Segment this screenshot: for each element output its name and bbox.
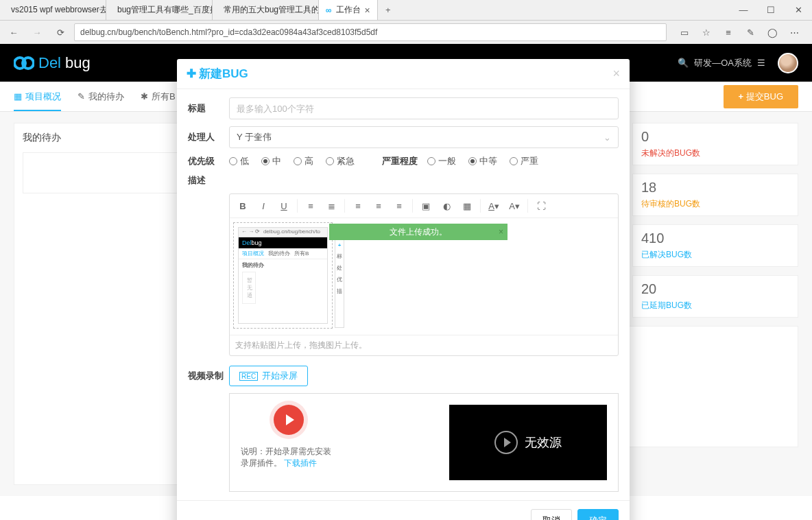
- italic-icon[interactable]: I: [254, 197, 272, 215]
- more-icon[interactable]: ⋯: [786, 24, 802, 40]
- hub-icon[interactable]: ≡: [720, 24, 737, 40]
- video-area: 说明：开始录屏需先安装 录屏插件。 下载插件 无效源: [229, 393, 619, 492]
- radio-紧急[interactable]: 紧急: [326, 155, 355, 167]
- assignee-select[interactable]: Y 于奎伟⌄: [229, 126, 619, 148]
- logo-icon: [14, 54, 34, 72]
- star-icon[interactable]: ☆: [698, 24, 715, 40]
- stat-card: 18待审核的BUG数: [632, 174, 798, 216]
- minimize-button[interactable]: —: [730, 0, 757, 20]
- browser-tab[interactable]: vs2015 wpf webbrowser去掉: [0, 0, 106, 20]
- grid-icon: ▦: [14, 91, 22, 102]
- new-bug-modal: ✚新建BUG × 标题 处理人 Y 于奎伟⌄ 优先级 低中高紧急 严重程度 一般…: [177, 59, 630, 520]
- ul-icon[interactable]: ≣: [322, 197, 340, 215]
- stat-card: 20已延期BUG数: [632, 275, 798, 318]
- underline-icon[interactable]: U: [275, 197, 293, 215]
- search-icon: 🔍: [678, 58, 689, 68]
- radio-严重[interactable]: 严重: [510, 155, 538, 167]
- label-title: 标题: [188, 102, 229, 115]
- align-center-icon[interactable]: ≡: [370, 197, 387, 215]
- stat-card: 0未解决的BUG数: [632, 123, 798, 165]
- notes-icon[interactable]: ✎: [742, 24, 759, 40]
- uploaded-image[interactable]: ← → ⟳ delbug.cn/bug/bench/to Delbug 项目概况…: [233, 222, 333, 329]
- nav-overview[interactable]: ▦项目概况: [14, 91, 61, 111]
- stat-card: 410已解决BUG数: [632, 224, 798, 267]
- modal-close-button[interactable]: ×: [612, 67, 620, 81]
- upload-toast: 文件上传成功。×: [329, 224, 508, 240]
- editor-hint: 支持粘贴图片上传，拖拽图片上传。: [230, 335, 618, 355]
- title-input[interactable]: [229, 97, 619, 119]
- reading-view-icon[interactable]: ▭: [676, 24, 693, 40]
- play-icon: [494, 431, 518, 454]
- nav-all-bugs[interactable]: ✱所有B: [141, 91, 176, 103]
- logo[interactable]: Delbug: [14, 54, 91, 72]
- browser-tab[interactable]: bug管理工具有哪些_百度搜: [106, 0, 213, 20]
- project-switcher[interactable]: 🔍 研发—OA系统 ☰: [678, 57, 771, 69]
- rich-editor: B I U ≡ ≣ ≡ ≡ ≡ ▣ ◐ ▦ A▾ A▾ ⛶: [229, 193, 619, 356]
- close-window-button[interactable]: ✕: [785, 0, 812, 20]
- share-icon[interactable]: ◯: [764, 24, 780, 40]
- label-severity: 严重程度: [382, 155, 418, 167]
- radio-一般[interactable]: 一般: [427, 155, 456, 167]
- editor-canvas[interactable]: ← → ⟳ delbug.cn/bug/bench/to Delbug 项目概况…: [230, 218, 618, 335]
- back-button[interactable]: ←: [4, 23, 23, 42]
- align-left-icon[interactable]: ≡: [349, 197, 367, 215]
- radio-高[interactable]: 高: [294, 155, 313, 167]
- ok-button[interactable]: 确定: [577, 509, 619, 520]
- fullscreen-icon[interactable]: ⛶: [532, 197, 550, 215]
- cancel-button[interactable]: 取消: [531, 509, 572, 520]
- radio-中等[interactable]: 中等: [468, 155, 497, 167]
- font-color-icon[interactable]: A▾: [485, 197, 503, 215]
- label-assignee: 处理人: [188, 131, 229, 143]
- align-right-icon[interactable]: ≡: [390, 197, 408, 215]
- record-play-icon[interactable]: [274, 405, 304, 435]
- record-desc: 说明：开始录屏需先安装 录屏插件。 下载插件: [241, 446, 337, 469]
- label-desc: 描述: [188, 174, 229, 187]
- menu-icon[interactable]: ☰: [757, 58, 771, 68]
- browser-tab-active[interactable]: ∞工作台×: [319, 0, 378, 20]
- emoji-icon[interactable]: ◐: [438, 197, 455, 215]
- star-icon: ✱: [141, 91, 148, 102]
- forward-button[interactable]: →: [27, 23, 47, 42]
- image-icon[interactable]: ▣: [417, 197, 435, 215]
- plus-icon: ✚: [187, 67, 196, 81]
- tab-close-icon[interactable]: ×: [365, 5, 370, 16]
- download-plugin-link[interactable]: 下载插件: [284, 458, 317, 468]
- toast-close-icon[interactable]: ×: [499, 227, 503, 237]
- bg-color-icon[interactable]: A▾: [505, 197, 523, 215]
- chevron-down-icon: ⌄: [604, 132, 611, 143]
- refresh-button[interactable]: ⟳: [51, 23, 70, 42]
- editor-toolbar: B I U ≡ ≣ ≡ ≡ ≡ ▣ ◐ ▦ A▾ A▾ ⛶: [230, 194, 618, 218]
- url-bar[interactable]: delbug.cn/bug/bench/toBench.html?pro_id=…: [74, 23, 667, 41]
- radio-低[interactable]: 低: [229, 155, 249, 167]
- browser-tab[interactable]: 常用的五大bug管理工具的优: [213, 0, 319, 20]
- video-player[interactable]: 无效源: [449, 405, 607, 480]
- bold-icon[interactable]: B: [234, 197, 252, 215]
- nav-todo[interactable]: ✎我的待办: [77, 91, 124, 103]
- ol-icon[interactable]: ≡: [302, 197, 320, 215]
- start-record-button[interactable]: REC开始录屏: [229, 366, 308, 386]
- browser-tabbar: vs2015 wpf webbrowser去掉 bug管理工具有哪些_百度搜 常…: [0, 0, 812, 21]
- label-priority: 优先级: [188, 155, 229, 167]
- maximize-button[interactable]: ☐: [757, 0, 785, 20]
- avatar[interactable]: [778, 53, 798, 73]
- modal-title: ✚新建BUG: [187, 66, 248, 82]
- radio-中[interactable]: 中: [261, 155, 281, 167]
- edit-icon: ✎: [77, 91, 85, 102]
- table-icon[interactable]: ▦: [458, 197, 476, 215]
- new-tab-button[interactable]: +: [378, 5, 398, 15]
- label-record: 视频录制: [188, 370, 229, 382]
- submit-bug-button[interactable]: + 提交BUG: [724, 85, 798, 108]
